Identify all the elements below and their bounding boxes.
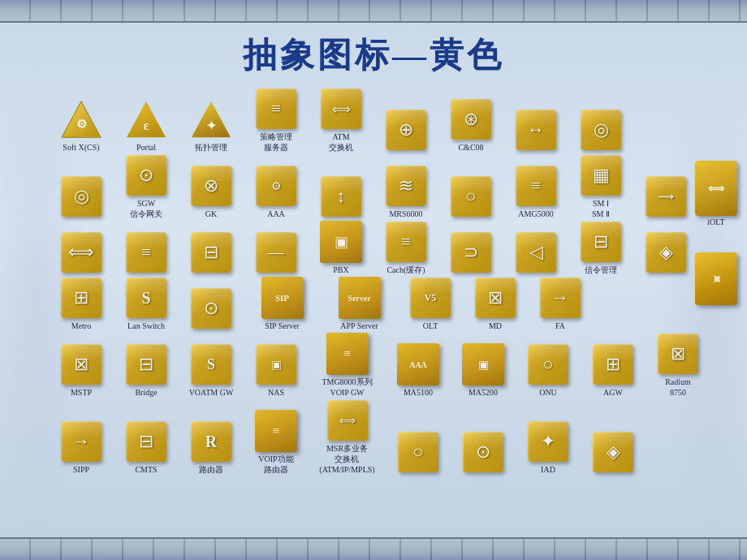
icon-row-2: ◎ ⊙ SGW信令网关 ⊗ GK ⚙ AAA ↕ — [49, 154, 739, 219]
icon-blank15: ⊙ — [179, 287, 244, 331]
icon-blank13: ◁ — [503, 231, 568, 275]
candc-sym: ⊛ — [464, 109, 478, 130]
icon-voatmgw: S VOATM GW — [179, 343, 244, 398]
gk-label: GK — [205, 209, 217, 219]
icon-row-4: ⊞ Metro S Lan Switch ⊙ SIP SIP Server — [49, 277, 739, 331]
icon-voiprouter: ≡ VOIP功能路由器 — [244, 410, 309, 475]
icon-blank2: ↔ — [503, 109, 568, 153]
icon-cache: ≡ Cach(缓存) — [374, 221, 438, 275]
icon-atm: ⟺ ATM交换机 — [309, 88, 374, 153]
icon-blank18: ◈ — [581, 431, 646, 475]
bottom-border — [0, 537, 747, 560]
icon-blank16: ○ — [386, 431, 451, 475]
sgw-label: SGW信令网关 — [130, 198, 162, 219]
right-icons-panel: ⟺ iOLT ✦ — [695, 161, 737, 305]
nas-label: NAS — [268, 387, 284, 398]
icon-agw: ⊞ AGW — [581, 343, 646, 398]
ma5100-label: MA5100 — [404, 387, 433, 398]
icon-blank17: ⊙ — [451, 431, 516, 475]
voip-label: VOIP功能路由器 — [258, 454, 293, 475]
icon-row-5: ⊠ MSTP ⊟ Bridge S VOATM GW ▣ NAS — [49, 333, 739, 398]
icon-bundle: ✦ — [695, 252, 737, 305]
icon-row-1: ⚙ Soft X(CS) ε Portal — [49, 88, 739, 153]
olt-label: OLT — [423, 321, 438, 331]
pbx-sym: ▣ — [335, 233, 348, 251]
icon-appserver: Server APP Server — [321, 277, 398, 331]
icon-tmg: ≡ TMG8000系列VOIP GW — [309, 333, 386, 398]
atm-label: ATM交换机 — [329, 131, 353, 153]
icon-onu: ○ ONU — [516, 343, 581, 398]
tmg-sym: ≡ — [343, 347, 351, 361]
icon-nas: ▣ NAS — [244, 343, 309, 398]
voip-sym: ≡ — [272, 424, 279, 438]
icon-gk: ⊗ GK — [179, 165, 244, 219]
sip-label: SIP Server — [265, 321, 300, 331]
icon-sm: ▦ SM ⅠSM Ⅱ — [568, 154, 633, 219]
md-label: MD — [489, 321, 502, 331]
icon-blank1: ⊕ — [374, 109, 438, 153]
icon-olt: V5 OLT — [398, 277, 463, 331]
icon-ma5100: AAA MA5100 — [386, 343, 451, 398]
icon-topo: ✦ 拓扑管理 — [179, 98, 244, 153]
voatm-label: VOATM GW — [189, 387, 234, 398]
page-title: 抽象图标—黄色 — [8, 23, 739, 84]
icon-lanswitch: S Lan Switch — [114, 277, 179, 331]
bridge-label: Bridge — [135, 387, 157, 398]
policy-icon-sym: ≡ — [271, 98, 281, 119]
icon-bridge: ⊟ Bridge — [114, 343, 179, 398]
amg-label: AMG5000 — [518, 209, 553, 219]
icon-fa: → FA — [528, 277, 593, 331]
pbx-label: PBX — [333, 265, 348, 275]
top-border — [0, 0, 747, 23]
icon-msr: ⟺ MSR多业务交换机(ATM/IP/MPLS) — [309, 399, 386, 475]
fa-label: FA — [555, 321, 565, 331]
svg-text:⚙: ⚙ — [76, 118, 87, 131]
app-sym: Server — [348, 294, 370, 303]
bundle-sym: ✦ — [705, 267, 728, 291]
icon-row-3: ⟺ ≡ ⊟ — ▣ — [49, 221, 739, 275]
icon-blank5: ↕ — [309, 175, 374, 219]
topo-label: 拓扑管理 — [195, 142, 227, 153]
policy-label: 策略管理服务器 — [260, 131, 292, 153]
cache-label: Cach(缓存) — [386, 265, 425, 275]
tmg-label: TMG8000系列VOIP GW — [322, 377, 372, 398]
icon-blank12: ⊃ — [438, 231, 503, 275]
agw-label: AGW — [603, 387, 623, 398]
onu-label: ONU — [539, 387, 557, 398]
icon-amg5000: ≡ AMG5000 — [503, 165, 568, 219]
mrs-label: MRS6000 — [389, 209, 422, 219]
icon-policy: ≡ 策略管理服务器 — [244, 88, 309, 153]
msr-label: MSR多业务交换机(ATM/IP/MPLS) — [319, 443, 374, 475]
icon-blank11: — — [244, 231, 309, 275]
icon-blank9: ≡ — [114, 231, 179, 275]
icon-sigctl: ⊟ 信令管理 — [568, 221, 633, 275]
svg-text:ε: ε — [143, 118, 149, 133]
sigctl-label: 信令管理 — [585, 265, 617, 275]
icon-sipserver: SIP SIP Server — [244, 277, 321, 331]
aaa-label: AAA — [267, 209, 285, 219]
icon-router: R 路由器 — [179, 420, 244, 475]
app-label: APP Server — [340, 321, 378, 331]
blank3-sym: ◎ — [594, 119, 609, 140]
portal-label: Portal — [136, 142, 156, 153]
softx-icon: ⚙ — [60, 98, 102, 140]
icon-row-6: → SIPP ⊟ CMTS R 路由器 ≡ VOIP功能路由器 — [49, 399, 739, 475]
router-label: 路由器 — [199, 464, 223, 475]
icon-blank10: ⊟ — [179, 231, 244, 275]
topo-icon: ✦ — [190, 98, 232, 140]
icon-candc: ⊛ C&C08 — [438, 98, 503, 153]
ma5200-sym: ▣ — [478, 358, 489, 372]
blank2-sym: ↔ — [527, 119, 545, 140]
sm-label: SM ⅠSM Ⅱ — [592, 198, 610, 219]
ma5100-sym: AAA — [409, 360, 427, 369]
icon-cmts: ⊟ CMTS — [114, 420, 179, 475]
svg-text:✦: ✦ — [206, 119, 217, 132]
icon-mrs6000: ≋ MRS6000 — [374, 165, 438, 219]
atm-icon-sym: ⟺ — [332, 101, 351, 117]
icon-ma5200: ▣ MA5200 — [451, 343, 516, 398]
icon-aaa: ⚙ AAA — [244, 165, 309, 219]
cmts-label: CMTS — [135, 464, 157, 475]
iolt-sym: ⟺ — [708, 182, 724, 196]
portal-icon: ε — [125, 98, 167, 140]
icon-sgw: ⊙ SGW信令网关 — [114, 154, 179, 219]
